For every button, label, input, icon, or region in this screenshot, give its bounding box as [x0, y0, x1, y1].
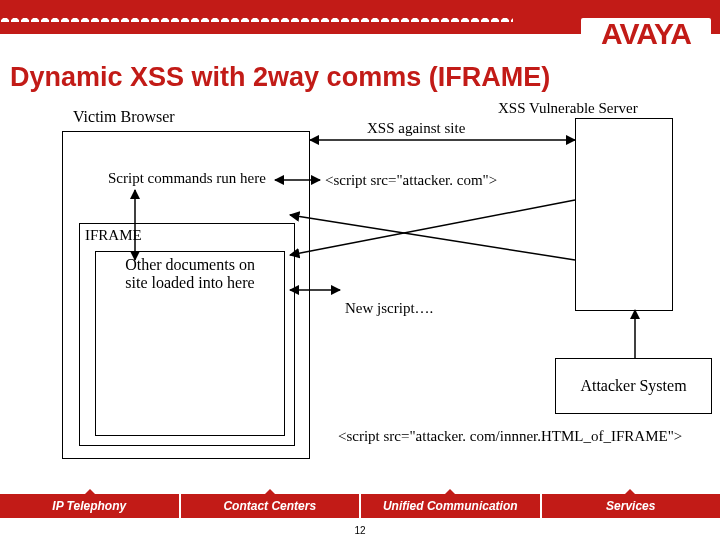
footer-tab-contact-centers: Contact Centers: [181, 494, 362, 518]
script-src-innerhtml-label: <script src="attacker. com/innner.HTML_o…: [338, 428, 682, 445]
footer-notch-icon: [624, 489, 636, 495]
slide: AVAYA Dynamic XSS with 2way comms (IFRAM…: [0, 0, 720, 540]
script-commands-label: Script commands run here: [108, 170, 266, 187]
footer-notch-icon: [264, 489, 276, 495]
footer-tab-services: Services: [542, 494, 721, 518]
other-docs-text: Other documents on site loaded into here: [96, 252, 284, 296]
xss-server-box: [575, 118, 673, 311]
footer-tab-ip-telephony: IP Telephony: [0, 494, 181, 518]
diagram: Victim Browser Script commands run here …: [0, 0, 720, 540]
footer-notch-icon: [444, 489, 456, 495]
xss-against-site-label: XSS against site: [367, 120, 465, 137]
other-docs-line2: site loaded into here: [125, 274, 254, 291]
svg-line-4: [290, 200, 575, 255]
footer-notch-icon: [84, 489, 96, 495]
attacker-system-box: Attacker System: [555, 358, 712, 414]
page-number: 12: [0, 525, 720, 536]
footer-tab-unified-communication: Unified Communication: [361, 494, 542, 518]
svg-line-3: [290, 215, 575, 260]
attacker-system-label: Attacker System: [580, 377, 686, 395]
script-src-attacker-label: <script src="attacker. com">: [325, 172, 497, 189]
other-docs-line1: Other documents on: [125, 256, 255, 273]
footer-tabs: IP Telephony Contact Centers Unified Com…: [0, 494, 720, 518]
other-docs-box: Other documents on site loaded into here: [95, 251, 285, 436]
xss-server-label: XSS Vulnerable Server: [498, 100, 638, 117]
new-jscript-label: New jscript….: [345, 300, 433, 317]
victim-browser-label: Victim Browser: [73, 108, 175, 126]
iframe-label: IFRAME: [85, 227, 142, 244]
